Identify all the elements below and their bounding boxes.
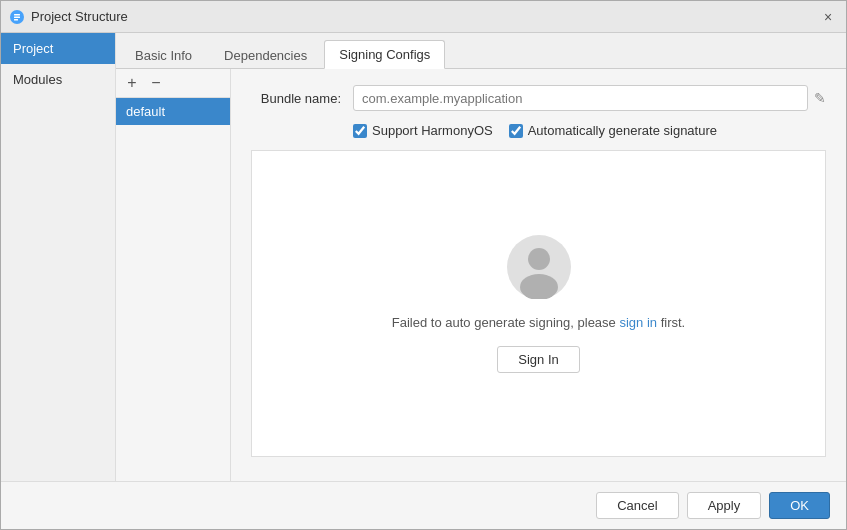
sign-in-link[interactable]: sign in [619,315,657,330]
config-list: + − default [116,69,231,481]
svg-rect-1 [14,14,20,16]
support-harmony-checkbox[interactable] [353,124,367,138]
sidebar-item-project[interactable]: Project [1,33,115,64]
cancel-button[interactable]: Cancel [596,492,678,519]
bundle-name-input[interactable] [353,85,808,111]
tab-basic-info[interactable]: Basic Info [120,41,207,69]
svg-rect-3 [14,19,18,21]
auto-signature-label[interactable]: Automatically generate signature [509,123,717,138]
panel-content: + − default Bundle name: ✎ [116,69,846,481]
config-toolbar: + − [116,69,230,98]
sign-in-button[interactable]: Sign In [497,346,579,373]
right-panel: Basic Info Dependencies Signing Configs … [116,33,846,481]
signin-area: Failed to auto generate signing, please … [251,150,826,457]
checkbox-row: Support HarmonyOS Automatically generate… [251,123,826,138]
config-form: Bundle name: ✎ Support HarmonyOS [231,69,846,481]
svg-rect-2 [14,16,20,18]
close-button[interactable]: × [818,7,838,27]
project-structure-dialog: Project Structure × Project Modules Basi… [0,0,847,530]
tab-dependencies[interactable]: Dependencies [209,41,322,69]
apply-button[interactable]: Apply [687,492,762,519]
signin-message: Failed to auto generate signing, please … [392,315,685,330]
svg-point-5 [528,248,550,270]
ok-button[interactable]: OK [769,492,830,519]
edit-icon[interactable]: ✎ [814,90,826,106]
title-bar: Project Structure × [1,1,846,33]
avatar-icon [507,235,571,299]
main-content: Project Modules Basic Info Dependencies … [1,33,846,481]
auto-signature-checkbox[interactable] [509,124,523,138]
support-harmony-label[interactable]: Support HarmonyOS [353,123,493,138]
footer: Cancel Apply OK [1,481,846,529]
svg-point-6 [520,274,558,299]
remove-config-button[interactable]: − [146,73,166,93]
bundle-name-label: Bundle name: [251,91,341,106]
bundle-name-input-wrapper: ✎ [353,85,826,111]
sidebar-item-modules[interactable]: Modules [1,64,115,95]
add-config-button[interactable]: + [122,73,142,93]
config-item-default[interactable]: default [116,98,230,125]
sidebar: Project Modules [1,33,116,481]
dialog-title: Project Structure [31,9,818,24]
tab-bar: Basic Info Dependencies Signing Configs [116,33,846,69]
tab-signing-configs[interactable]: Signing Configs [324,40,445,69]
bundle-name-row: Bundle name: ✎ [251,85,826,111]
dialog-icon [9,9,25,25]
